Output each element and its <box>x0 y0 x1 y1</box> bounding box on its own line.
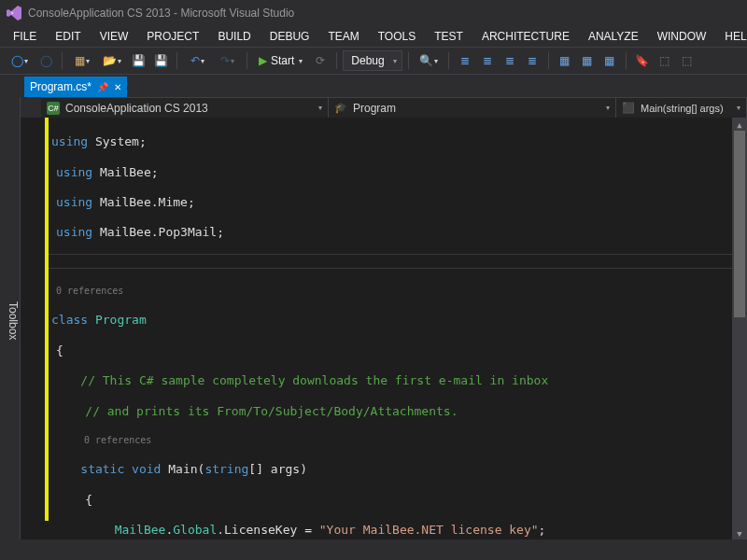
scrollbar-thumb[interactable] <box>734 131 745 317</box>
separator <box>408 52 409 69</box>
nav-back-button[interactable]: ◯▾ <box>6 50 34 71</box>
nav-forward-button[interactable]: ◯ <box>35 50 56 71</box>
menu-view[interactable]: VIEW <box>92 28 136 45</box>
menu-debug[interactable]: DEBUG <box>262 28 317 45</box>
redo-button[interactable]: ↷▾ <box>213 50 241 71</box>
menu-architecture[interactable]: ARCHITECTURE <box>474 28 577 45</box>
new-project-button[interactable]: ▦▾ <box>68 50 96 71</box>
nav-type-combo[interactable]: 🎓 Program <box>329 98 616 118</box>
separator <box>448 52 449 69</box>
window-title: ConsoleApplication CS 2013 - Microsoft V… <box>28 7 294 20</box>
toolbar-button[interactable]: ▦ <box>555 50 575 71</box>
tab-strip: Program.cs* 📌 ✕ <box>0 75 747 97</box>
toolbar: ◯▾ ◯ ▦▾ 📂▾ 💾 💾 ↶▾ ↷▾ ▶ Start ▾ ⟳ Debug 🔍… <box>0 47 747 75</box>
separator <box>626 52 627 69</box>
menu-analyze[interactable]: ANALYZE <box>581 28 646 45</box>
separator <box>247 52 247 69</box>
toolbox-panel-tab[interactable]: Toolbox <box>0 97 21 539</box>
solution-config-combo[interactable]: Debug <box>343 50 402 71</box>
menu-project[interactable]: PROJECT <box>139 28 206 45</box>
find-in-files-button[interactable]: 🔍▾ <box>415 50 443 71</box>
save-all-button[interactable]: 💾 <box>150 50 171 71</box>
separator <box>62 52 63 69</box>
codelens[interactable]: 0 references <box>56 434 747 447</box>
menu-team[interactable]: TEAM <box>320 28 366 45</box>
menu-tools[interactable]: TOOLS <box>371 28 423 45</box>
menubar: FILE EDIT VIEW PROJECT BUILD DEBUG TEAM … <box>0 26 747 47</box>
class-icon: 🎓 <box>334 102 347 115</box>
codelens[interactable]: 0 references <box>56 285 747 298</box>
csharp-icon: C# <box>47 102 60 115</box>
separator <box>176 52 177 69</box>
undo-button[interactable]: ↶▾ <box>183 50 211 71</box>
toolbar-button[interactable]: ≣ <box>500 50 520 71</box>
menu-edit[interactable]: EDIT <box>48 28 88 45</box>
start-label: Start <box>271 54 294 67</box>
separator <box>336 52 337 69</box>
code-content[interactable]: ⊟using System; using MailBee; using Mail… <box>21 118 747 539</box>
play-icon: ▶ <box>259 54 267 67</box>
uncomment-button[interactable]: ≣ <box>477 50 498 71</box>
editor-gutter <box>21 118 45 539</box>
comment-button[interactable]: ≣ <box>455 50 475 71</box>
scroll-up-icon[interactable]: ▲ <box>732 118 747 131</box>
start-debug-button[interactable]: ▶ Start ▾ <box>253 50 308 71</box>
tab-label: Program.cs* <box>30 80 92 93</box>
nav-scope-combo[interactable]: C# ConsoleApplication CS 2013 <box>41 98 329 118</box>
menu-file[interactable]: FILE <box>6 28 44 45</box>
toolbar-button[interactable]: ≣ <box>522 50 543 71</box>
bookmark-button[interactable]: 🔖 <box>632 50 653 71</box>
pin-icon[interactable]: 📌 <box>97 82 108 92</box>
change-indicator <box>45 118 49 521</box>
separator <box>548 52 549 69</box>
toolbar-button[interactable]: ⬚ <box>655 50 675 71</box>
toolbar-button[interactable]: ▦ <box>599 50 620 71</box>
restart-button[interactable]: ⟳ <box>310 50 331 71</box>
menu-help[interactable]: HELP <box>717 28 747 45</box>
vs-logo-icon <box>6 5 22 21</box>
open-file-button[interactable]: 📂▾ <box>98 50 126 71</box>
scroll-down-icon[interactable]: ▼ <box>732 526 747 539</box>
nav-member-combo[interactable]: ⬛ Main(string[] args) <box>616 98 747 118</box>
close-icon[interactable]: ✕ <box>114 82 121 92</box>
toolbar-button[interactable]: ▦ <box>577 50 598 71</box>
menu-window[interactable]: WINDOW <box>650 28 714 45</box>
tab-program-cs[interactable]: Program.cs* 📌 ✕ <box>24 77 127 97</box>
code-editor[interactable]: ⊟using System; using MailBee; using Mail… <box>21 118 747 539</box>
save-button[interactable]: 💾 <box>128 50 148 71</box>
toolbar-button[interactable]: ⬚ <box>677 50 698 71</box>
titlebar: ConsoleApplication CS 2013 - Microsoft V… <box>0 0 747 26</box>
menu-test[interactable]: TEST <box>427 28 471 45</box>
method-icon: ⬛ <box>622 102 635 115</box>
vertical-scrollbar[interactable]: ▲ ▼ <box>732 118 747 539</box>
nav-bar: C# ConsoleApplication CS 2013 🎓 Program … <box>41 97 747 118</box>
menu-build[interactable]: BUILD <box>210 28 258 45</box>
